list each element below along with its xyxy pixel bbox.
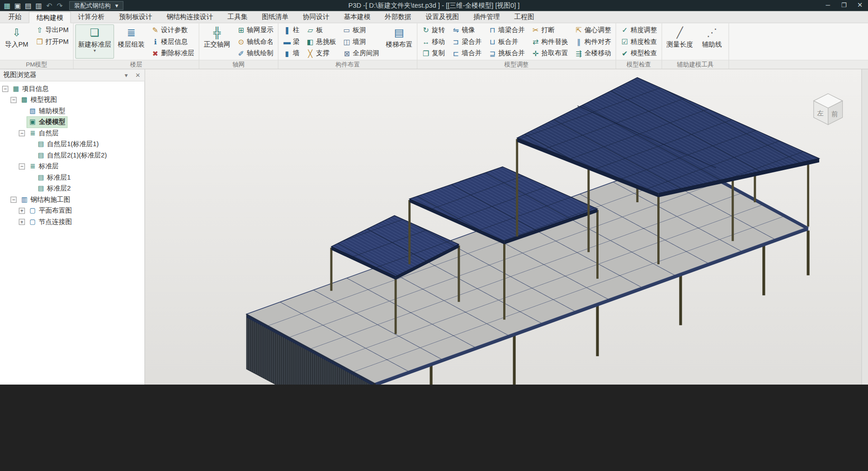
ribbon-button[interactable]: ↔移动	[419, 36, 448, 48]
ribbon-button[interactable]: ╱测量长度	[664, 24, 696, 59]
ribbon-button[interactable]: ↻旋转	[419, 24, 448, 36]
tree-item[interactable]: −▩模型视图	[0, 94, 145, 105]
ribbon-button[interactable]: ⊐梁合并	[449, 36, 484, 48]
tree-item[interactable]: −≣标准层	[0, 161, 145, 171]
tree-expander[interactable]: −	[10, 196, 16, 202]
ribbon-button[interactable]: ▮墙	[280, 48, 302, 59]
ribbon-button[interactable]: ✎设计参数	[148, 24, 197, 36]
ribbon-button[interactable]: ✓精度调整	[618, 24, 660, 36]
ribbon-button[interactable]: ❐复制	[419, 48, 448, 59]
panel-menu-button[interactable]: ▾	[123, 71, 130, 79]
save-button[interactable]: ▣	[13, 0, 23, 10]
tree-item[interactable]: ▣全楼模型	[0, 116, 145, 127]
tree-item-label: 辅助模型	[39, 106, 66, 115]
ribbon-tab[interactable]: 钢结构连接设计	[160, 11, 221, 23]
ribbon-tab[interactable]: 结构建模	[29, 12, 71, 24]
ribbon-button[interactable]: ☑精度检查	[618, 36, 660, 48]
ribbon-button[interactable]: ⊔板合并	[486, 36, 528, 48]
tree-expander[interactable]: +	[19, 208, 25, 214]
ribbon-tab[interactable]: 图纸清单	[255, 11, 296, 23]
ribbon-button[interactable]: ▤楼梯布置	[383, 24, 415, 59]
tree-item-label: 项目信息	[22, 84, 49, 94]
panel-header: 视图浏览器 ▾✕	[0, 69, 145, 81]
ribbon-tab[interactable]: 工具集	[220, 11, 255, 23]
tree-item-label: 自然层	[39, 128, 59, 138]
ribbon-button[interactable]: ⇩导入PM	[2, 24, 32, 59]
ribbon-tab[interactable]: 计算分析	[71, 11, 112, 23]
ribbon-button[interactable]: ❐打开PM	[33, 36, 71, 48]
precision-adjust-icon: ✓	[621, 27, 629, 34]
tree-item-label: 自然层1(标准层1)	[47, 139, 99, 149]
tree-item[interactable]: ▤自然层1(标准层1)	[0, 138, 145, 149]
ribbon-button[interactable]: ▱板	[303, 24, 339, 36]
ribbon-button[interactable]: ℹ楼层信息	[148, 36, 197, 48]
maximize-button[interactable]: ❐	[836, 0, 852, 11]
ribbon-button[interactable]: ◧悬挑板	[303, 36, 339, 48]
ribbon-button[interactable]: ⊏墙合并	[449, 48, 484, 59]
ribbon-button[interactable]: ❏新建标准层▾	[75, 24, 114, 59]
ribbon-tab[interactable]: 协同设计	[296, 11, 337, 23]
ribbon-button[interactable]: ∥构件对齐	[572, 36, 614, 48]
ribbon-button[interactable]: ⇶全楼移动	[572, 48, 614, 59]
ribbon-button[interactable]: ⇋镜像	[449, 24, 484, 36]
ribbon-button[interactable]: ╳支撑	[303, 48, 339, 59]
tree-item[interactable]: −≣自然层	[0, 128, 145, 138]
structure-type-dropdown[interactable]: 装配式钢结构 ▾	[69, 1, 123, 10]
ribbon-button[interactable]: ✂打断	[528, 24, 571, 36]
tree-item[interactable]: +▢节点连接图	[0, 216, 145, 227]
tree-expander[interactable]: +	[19, 219, 25, 224]
ribbon-button[interactable]: ⇱偏心调整	[572, 24, 614, 36]
view-cube-left-label: 左	[817, 109, 824, 117]
ribbon-tab[interactable]: 外部数据	[377, 11, 419, 23]
ribbon-button[interactable]: ✔模型检查	[618, 48, 660, 59]
ribbon-tab[interactable]: 预制板设计	[112, 11, 159, 23]
ribbon-button[interactable]: ≣楼层组装	[115, 24, 147, 59]
ribbon-button[interactable]: ⊓墙梁合并	[486, 24, 528, 36]
tree-expander[interactable]: −	[19, 130, 25, 136]
ribbon-tab[interactable]: 插件管理	[466, 11, 507, 23]
print-button[interactable]: ▥	[34, 0, 44, 10]
ribbon-button[interactable]: ⋰辅助线	[697, 24, 727, 59]
viewport-3d[interactable]: × 左 前	[145, 69, 861, 385]
ribbon-button[interactable]: ▬梁	[280, 36, 302, 48]
ribbon-button[interactable]: ✖删除标准层	[148, 48, 197, 59]
ribbon-button-label: 构件对齐	[585, 37, 611, 47]
tree-expander[interactable]: −	[19, 163, 25, 169]
ribbon-button[interactable]: ╬正交轴网	[201, 24, 233, 59]
ribbon-button[interactable]: ⇄构件替换	[528, 36, 571, 48]
tree-item[interactable]: ▤自然层2(1)(标准层2)	[0, 150, 145, 161]
chevron-down-icon: ▾	[115, 2, 118, 9]
tree-item[interactable]: +▢平面布置图	[0, 205, 145, 216]
app-logo-button[interactable]: ▦	[2, 0, 12, 10]
tree-expander[interactable]: −	[2, 86, 8, 91]
ribbon-button[interactable]: ▭板洞	[340, 24, 382, 36]
tree-item[interactable]: −▦项目信息	[0, 83, 145, 94]
ribbon-button[interactable]: ✐轴线绘制	[234, 48, 276, 59]
tree-item[interactable]: ▤标准层1	[0, 172, 145, 183]
ribbon-button[interactable]: ⊞轴网显示	[234, 24, 276, 36]
ribbon-button[interactable]: ❚柱	[280, 24, 302, 36]
ribbon-button[interactable]: ◫墙洞	[340, 36, 382, 48]
redo-button[interactable]: ↷	[55, 0, 65, 10]
ribbon-button[interactable]: ⊠全房间洞	[340, 48, 382, 59]
ribbon-button[interactable]: ⇧导出PM	[33, 24, 71, 36]
ribbon-button[interactable]: ✛拾取布置	[528, 48, 571, 59]
undo-button[interactable]: ↶	[44, 0, 54, 10]
ribbon-button[interactable]: ⊙轴线命名	[234, 36, 276, 48]
ribbon-tab[interactable]: 设置及视图	[419, 11, 466, 23]
model-check-icon: ✔	[621, 50, 629, 57]
minimize-button[interactable]: ─	[820, 0, 836, 11]
tree-item[interactable]: ▤标准层2	[0, 183, 145, 194]
close-button[interactable]: ✕	[852, 0, 868, 11]
ribbon-tab[interactable]: 工程图	[507, 11, 542, 23]
ribbon-group: ╬正交轴网⊞轴网显示⊙轴线命名✐轴线绘制轴网	[199, 23, 278, 68]
tree-expander[interactable]: −	[10, 97, 16, 103]
tree-item[interactable]: ▧辅助模型	[0, 105, 145, 116]
panel-close-button[interactable]: ✕	[135, 71, 142, 79]
ribbon-tab[interactable]: 开始	[1, 11, 28, 23]
ribbon-group: ↻旋转↔移动❐复制⇋镜像⊐梁合并⊏墙合并⊓墙梁合并⊔板合并⊒挑板合并✂打断⇄构件…	[417, 23, 616, 68]
open-button[interactable]: ▤	[23, 0, 33, 10]
ribbon-tab[interactable]: 基本建模	[336, 11, 377, 23]
ribbon-button[interactable]: ⊒挑板合并	[486, 48, 528, 59]
tree-item[interactable]: −▥钢结构施工图	[0, 194, 145, 205]
